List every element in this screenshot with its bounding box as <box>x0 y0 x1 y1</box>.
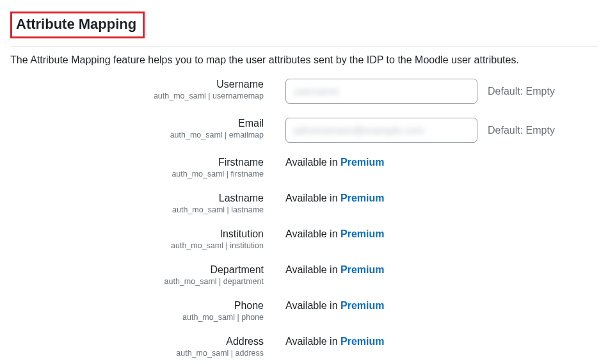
field-row-phone: Phone auth_mo_saml | phone Available in … <box>10 300 598 322</box>
premium-text: Available in Premium <box>285 193 384 204</box>
field-label-phone: Phone <box>10 300 264 312</box>
field-label-institution: Institution <box>10 228 264 240</box>
label-col: Email auth_mo_saml | emailmap <box>10 118 285 139</box>
default-hint-email: Default: Empty <box>488 125 555 136</box>
blurred-value: administrator@example.com <box>294 125 424 136</box>
field-row-lastname: Lastname auth_mo_saml | lastname Availab… <box>10 193 598 214</box>
available-in-text: Available in <box>285 157 340 168</box>
section-title-highlight: Attribute Mapping <box>10 12 145 38</box>
value-col: Available in Premium <box>285 336 598 347</box>
section-intro: The Attribute Mapping feature helps you … <box>10 54 598 66</box>
field-sublabel-lastname: auth_mo_saml | lastname <box>10 205 264 214</box>
field-label-department: Department <box>10 264 264 276</box>
premium-text: Available in Premium <box>285 300 384 312</box>
field-label-address: Address <box>10 336 264 347</box>
label-col: Username auth_mo_saml | usernamemap <box>10 79 285 100</box>
field-sublabel-department: auth_mo_saml | department <box>10 277 264 286</box>
label-col: Firstname auth_mo_saml | firstname <box>10 157 285 178</box>
premium-text: Available in Premium <box>285 157 384 168</box>
value-col: Available in Premium <box>285 264 598 276</box>
field-sublabel-email: auth_mo_saml | emailmap <box>10 131 264 139</box>
premium-link[interactable]: Premium <box>340 193 384 203</box>
field-sublabel-firstname: auth_mo_saml | firstname <box>10 170 264 178</box>
field-sublabel-institution: auth_mo_saml | institution <box>10 241 264 250</box>
section-title: Attribute Mapping <box>16 16 136 33</box>
blurred-value: username <box>294 86 339 97</box>
section-divider <box>10 46 598 47</box>
field-sublabel-address: auth_mo_saml | address <box>10 349 264 358</box>
available-in-text: Available in <box>285 336 340 347</box>
available-in-text: Available in <box>285 228 340 239</box>
value-col: Available in Premium <box>285 300 598 312</box>
premium-text: Available in Premium <box>285 264 384 276</box>
value-col: username Default: Empty <box>285 79 598 104</box>
premium-text: Available in Premium <box>285 336 384 347</box>
field-label-username: Username <box>10 79 264 90</box>
default-hint-username: Default: Empty <box>488 86 555 97</box>
field-row-department: Department auth_mo_saml | department Ava… <box>10 264 598 286</box>
field-sublabel-username: auth_mo_saml | usernamemap <box>10 91 264 100</box>
premium-link[interactable]: Premium <box>340 264 384 275</box>
field-label-email: Email <box>10 118 264 129</box>
field-label-lastname: Lastname <box>10 193 264 204</box>
available-in-text: Available in <box>285 300 340 311</box>
field-row-institution: Institution auth_mo_saml | institution A… <box>10 228 598 250</box>
premium-text: Available in Premium <box>285 228 384 240</box>
field-sublabel-phone: auth_mo_saml | phone <box>10 313 264 322</box>
field-row-email: Email auth_mo_saml | emailmap administra… <box>10 118 598 143</box>
label-col: Phone auth_mo_saml | phone <box>10 300 285 322</box>
premium-link[interactable]: Premium <box>340 300 384 311</box>
field-row-address: Address auth_mo_saml | address Available… <box>10 336 598 358</box>
premium-link[interactable]: Premium <box>340 228 384 239</box>
value-col: Available in Premium <box>285 228 598 240</box>
field-row-firstname: Firstname auth_mo_saml | firstname Avail… <box>10 157 598 178</box>
premium-link[interactable]: Premium <box>340 157 384 168</box>
field-row-username: Username auth_mo_saml | usernamemap user… <box>10 79 598 104</box>
value-col: administrator@example.com Default: Empty <box>285 118 598 143</box>
email-input[interactable]: administrator@example.com <box>285 118 477 143</box>
premium-link[interactable]: Premium <box>340 336 384 347</box>
label-col: Address auth_mo_saml | address <box>10 336 285 358</box>
field-label-firstname: Firstname <box>10 157 264 168</box>
label-col: Department auth_mo_saml | department <box>10 264 285 286</box>
label-col: Institution auth_mo_saml | institution <box>10 228 285 250</box>
label-col: Lastname auth_mo_saml | lastname <box>10 193 285 214</box>
available-in-text: Available in <box>285 193 340 203</box>
available-in-text: Available in <box>285 264 340 275</box>
username-input[interactable]: username <box>285 79 477 104</box>
value-col: Available in Premium <box>285 193 598 204</box>
value-col: Available in Premium <box>285 157 598 168</box>
